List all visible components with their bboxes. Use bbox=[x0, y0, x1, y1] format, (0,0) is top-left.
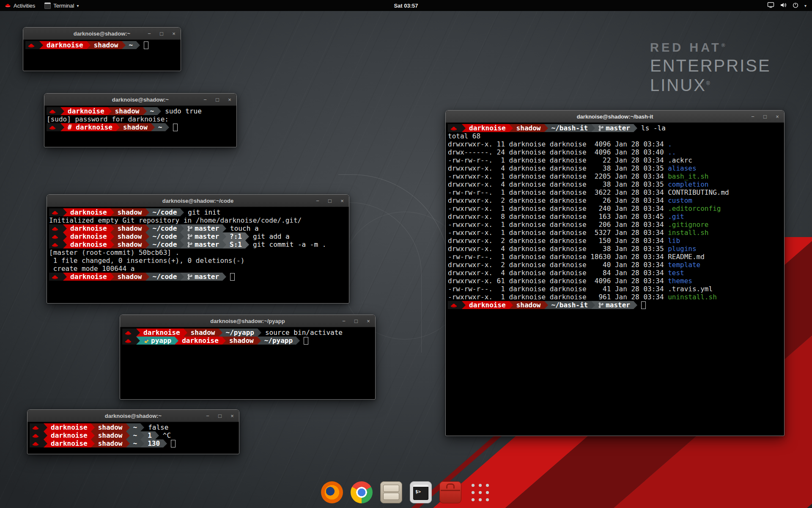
dock-item-appgrid[interactable] bbox=[469, 481, 491, 504]
window-titlebar[interactable]: darknoise@shadow:~/pyapp − □ × bbox=[120, 315, 375, 327]
output-text: drwxrwxr-x. 4 darknoise darknoise 38 Jan… bbox=[448, 180, 668, 188]
terminal-window-code[interactable]: darknoise@shadow:~/code − □ × darknoises… bbox=[47, 194, 349, 304]
rhel-logo: RED HAT® ENTERPRISE LINUX® bbox=[650, 41, 771, 96]
prompt-line: darknoiseshadow~1^C bbox=[30, 431, 237, 439]
terminal-content[interactable]: darknoiseshadow~falsedarknoiseshadow~1^C… bbox=[27, 422, 239, 449]
powerline-arrow-icon bbox=[180, 232, 184, 240]
close-button[interactable]: × bbox=[171, 30, 177, 37]
activities-label: Activities bbox=[14, 3, 35, 9]
prompt-segment-host: shadow bbox=[120, 123, 151, 131]
command-text: source bin/activate bbox=[265, 329, 343, 337]
powerline-arrow-icon bbox=[258, 329, 261, 337]
terminal-cursor bbox=[144, 41, 148, 49]
terminal-window-sudo[interactable]: darknoise@shadow:~ − □ × darknoiseshadow… bbox=[44, 93, 237, 147]
window-titlebar[interactable]: darknoise@shadow:~ − □ × bbox=[27, 410, 239, 422]
powerline-arrow-icon bbox=[145, 224, 149, 232]
prompt-segment-user: darknoise bbox=[67, 273, 110, 281]
powerline-arrow-icon bbox=[462, 301, 466, 309]
prompt-segment-user: darknoise bbox=[47, 431, 91, 439]
maximize-button[interactable]: □ bbox=[217, 413, 223, 419]
output-text: drwx------. 24 darknoise darknoise 4096 … bbox=[448, 148, 668, 156]
powerline-arrow-icon bbox=[296, 337, 300, 345]
prompt-segment-path: ~ bbox=[155, 123, 166, 131]
prompt-segment-host: shadow bbox=[226, 337, 257, 345]
prompt-line: darknoiseshadow~/codemaster bbox=[49, 273, 347, 281]
dock-item-terminal[interactable] bbox=[409, 481, 432, 504]
maximize-button[interactable]: □ bbox=[159, 30, 165, 37]
prompt-segment-host: shadow bbox=[114, 224, 145, 232]
terminal-content[interactable]: darknoiseshadow~ bbox=[23, 40, 181, 50]
window-titlebar[interactable]: darknoise@shadow:~/code − □ × bbox=[47, 195, 349, 207]
terminal-window-pyapp[interactable]: darknoise@shadow:~/pyapp − □ × darknoise… bbox=[120, 315, 376, 400]
volume-icon bbox=[780, 2, 787, 10]
powerline-arrow-icon bbox=[63, 224, 67, 232]
activities-button[interactable]: Activities bbox=[0, 0, 40, 11]
powerline-arrow-icon bbox=[126, 439, 130, 447]
output-text: -rw-rw-r--. 1 darknoise darknoise 41 Jan… bbox=[448, 285, 668, 293]
powerline-arrow-icon bbox=[180, 273, 184, 281]
prompt-segment-ico bbox=[49, 232, 63, 240]
minimize-button[interactable]: − bbox=[202, 97, 208, 103]
window-title: darknoise@shadow:~/bash-it bbox=[577, 113, 653, 120]
app-menu-terminal[interactable]: Terminal ▾ bbox=[40, 0, 83, 11]
command-text: ls -la bbox=[641, 124, 666, 132]
terminal-content[interactable]: darknoiseshadow~/codegit initInitialized… bbox=[47, 207, 349, 282]
output-text: [master (root-commit) 50bcb63] . bbox=[49, 248, 179, 257]
terminal-output-line: drwx------. 24 darknoise darknoise 4096 … bbox=[448, 148, 782, 156]
powerline-arrow-icon bbox=[180, 208, 184, 216]
powerline-arrow-icon bbox=[157, 107, 161, 115]
dock-item-toolbox[interactable] bbox=[439, 481, 462, 504]
terminal-window-home-a[interactable]: darknoise@shadow:~ − □ × darknoiseshadow… bbox=[23, 27, 181, 71]
dock-item-firefox[interactable] bbox=[321, 481, 343, 504]
prompt-segment-host: shadow bbox=[114, 208, 145, 216]
output-text: -rw-rw-r--. 1 darknoise darknoise 22 Jan… bbox=[448, 156, 668, 164]
terminal-window-bash-it[interactable]: darknoise@shadow:~/bash-it − □ × darknoi… bbox=[445, 110, 785, 436]
minimize-button[interactable]: − bbox=[341, 318, 347, 324]
minimize-button[interactable]: − bbox=[205, 413, 211, 419]
output-text: drwxrwxr-x. 2 darknoise darknoise 26 Jan… bbox=[448, 196, 668, 204]
powerline-arrow-icon bbox=[122, 41, 126, 49]
dock-item-files[interactable] bbox=[380, 481, 403, 504]
output-text: themes bbox=[668, 277, 692, 285]
powerline-arrow-icon bbox=[509, 124, 513, 132]
terminal-content[interactable]: darknoiseshadow~sudo true[sudo] password… bbox=[44, 106, 236, 133]
system-status-area[interactable]: ▾ bbox=[767, 0, 812, 11]
powerline-arrow-icon bbox=[222, 224, 226, 232]
close-button[interactable]: × bbox=[227, 97, 233, 103]
output-text: -rwxrwxr-x. 1 darknoise darknoise 5327 J… bbox=[448, 229, 668, 237]
close-button[interactable]: × bbox=[229, 413, 235, 419]
minimize-button[interactable]: − bbox=[146, 30, 152, 37]
prompt-segment-path: ~/bash-it bbox=[548, 301, 592, 309]
maximize-button[interactable]: □ bbox=[327, 198, 333, 204]
terminal-content[interactable]: darknoiseshadow~/pyappsource bin/activat… bbox=[120, 327, 375, 346]
output-text: .git bbox=[668, 213, 684, 221]
appgrid-icon bbox=[469, 482, 491, 503]
close-button[interactable]: × bbox=[339, 198, 345, 204]
window-titlebar[interactable]: darknoise@shadow:~ − □ × bbox=[44, 94, 236, 106]
maximize-button[interactable]: □ bbox=[762, 113, 768, 120]
maximize-button[interactable]: □ bbox=[214, 97, 220, 103]
terminal-content[interactable]: darknoiseshadow~/bash-itmasterls -latota… bbox=[446, 123, 784, 310]
terminal-window-home-b[interactable]: darknoise@shadow:~ − □ × darknoiseshadow… bbox=[27, 409, 239, 454]
gnome-top-bar: Activities Terminal ▾ Sat 03:57 ▾ bbox=[0, 0, 812, 11]
powerline-arrow-icon bbox=[91, 439, 95, 447]
close-button[interactable]: × bbox=[365, 318, 371, 324]
terminal-output-line: -rwxrwxr-x. 1 darknoise darknoise 961 Ja… bbox=[448, 293, 782, 301]
powerline-arrow-icon bbox=[63, 240, 67, 248]
powerline-arrow-icon bbox=[222, 240, 226, 248]
clock[interactable]: Sat 03:57 bbox=[394, 3, 418, 9]
output-text: bash_it.sh bbox=[668, 172, 708, 180]
window-titlebar[interactable]: darknoise@shadow:~/bash-it − □ × bbox=[446, 110, 784, 123]
powerline-arrow-icon bbox=[63, 273, 67, 281]
minimize-button[interactable]: − bbox=[750, 113, 756, 120]
minimize-button[interactable]: − bbox=[315, 198, 321, 204]
terminal-output-line: create mode 100644 a bbox=[49, 265, 347, 273]
dock-item-chrome[interactable] bbox=[350, 481, 373, 504]
prompt-line: darknoiseshadow~130 bbox=[30, 439, 237, 447]
maximize-button[interactable]: □ bbox=[353, 318, 359, 324]
prompt-segment-user: darknoise bbox=[466, 301, 509, 309]
window-titlebar[interactable]: darknoise@shadow:~ − □ × bbox=[23, 28, 181, 40]
close-button[interactable]: × bbox=[774, 113, 780, 120]
redhat-icon bbox=[32, 433, 39, 438]
prompt-line: darknoiseshadow~false bbox=[30, 423, 237, 431]
